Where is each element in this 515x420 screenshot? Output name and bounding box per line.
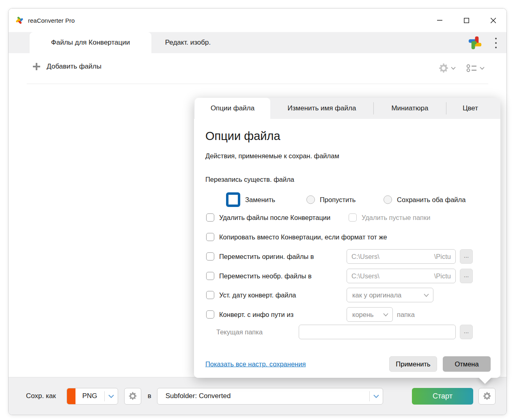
chevron-down-icon (370, 394, 383, 398)
cancel-button[interactable]: Отмена (443, 356, 491, 372)
browse-move-original-button[interactable]: ... (460, 249, 473, 264)
start-button[interactable]: Старт (412, 388, 473, 405)
gear-icon (483, 392, 491, 401)
delete-empty-label: Удалить пустые папки (362, 214, 431, 222)
radio-skip-label: Пропустить (320, 196, 356, 204)
save-as-label: Сохр. как (26, 392, 56, 400)
chevron-down-icon (424, 293, 429, 297)
chevron-down-icon (451, 67, 456, 70)
checkbox-move-unprocessed[interactable] (206, 272, 214, 280)
checkbox-delete-empty-folders[interactable] (349, 213, 357, 222)
show-all-settings-link[interactable]: Показать все настр. сохранения (205, 360, 306, 368)
path-prefix: C:\Users\ (351, 253, 379, 261)
convert-path-label: Конверт. с инфо пути из (219, 311, 293, 319)
tab-edit-images[interactable]: Редакт. изобр. (151, 32, 224, 53)
move-unprocessed-row: Переместить необр. файлы в C:\Users\ \Pi… (194, 269, 500, 283)
set-date-row: Уст. дату конверт. файла как у оригинала (194, 288, 500, 302)
checkbox-delete-after-conversion[interactable] (206, 213, 214, 222)
dialog-tab-color[interactable]: Цвет (446, 98, 494, 119)
dialog-tab-strip: Опции файла Изменить имя файла Миниатюра… (194, 98, 500, 119)
list-view-icon (466, 63, 478, 73)
dialog-subtitle: Действия, применяемые к сохран. файлам (205, 152, 339, 160)
close-button[interactable] (480, 9, 506, 32)
tab-files-for-conversion[interactable]: Файлы для Конвертации (30, 32, 151, 53)
current-folder-input[interactable] (304, 325, 451, 339)
format-color-stripe (67, 388, 75, 405)
radio-replace-label: Заменить (245, 196, 275, 204)
window-title: reaConverter Pro (28, 17, 75, 24)
in-label: в (148, 392, 151, 400)
date-mode-select[interactable]: как у оригинала (347, 288, 433, 302)
output-format-dropdown[interactable]: PNG (67, 388, 118, 405)
delete-row: Удалить файлы после Конвертации Удалить … (194, 210, 500, 225)
minimize-button[interactable] (426, 9, 453, 32)
path-root-value: корень (352, 311, 374, 319)
plus-icon (32, 62, 41, 71)
radio-keep-both[interactable] (384, 196, 392, 204)
checkbox-move-original[interactable] (206, 252, 214, 261)
move-original-label: Переместить оригин. файлы в (219, 253, 314, 261)
destination-value: Subfolder: Converted (157, 392, 369, 400)
app-window: reaConverter Pro Файлы для Конвертации Р… (8, 8, 507, 415)
dialog-tab-file-options[interactable]: Опции файла (195, 98, 270, 119)
copy-instead-row: Копировать вместо Конвертации, если форм… (194, 230, 500, 244)
format-settings-button[interactable] (124, 388, 141, 405)
dialog-tab-thumbnail[interactable]: Миниатюра (374, 98, 446, 119)
destination-dropdown[interactable]: Subfolder: Converted (157, 388, 383, 405)
file-options-dialog: Опции файла Изменить имя файла Миниатюра… (194, 98, 500, 378)
conversion-settings-dropdown[interactable] (438, 63, 456, 73)
chevron-down-icon (480, 67, 485, 70)
checkbox-convert-with-path[interactable] (206, 310, 214, 319)
current-folder-label: Текущая папка (216, 328, 263, 336)
delete-after-label: Удалить файлы после Конвертации (219, 214, 330, 222)
browse-current-folder-button[interactable]: ... (460, 325, 473, 339)
radio-skip[interactable] (306, 196, 315, 204)
bottom-bar: Сохр. как PNG в Subfolder: Converted (9, 377, 506, 415)
copy-instead-label: Копировать вместо Конвертации, если форм… (219, 233, 387, 241)
current-folder-input-wrap (299, 325, 456, 339)
path-root-select[interactable]: корень (347, 307, 393, 322)
overwrite-group-label: Перезапись существ. файла (205, 176, 294, 183)
more-options-menu-icon[interactable] (493, 38, 499, 48)
set-date-label: Уст. дату конверт. файла (219, 291, 296, 299)
path-suffix: \Pictu (434, 253, 451, 261)
chevron-down-icon (105, 394, 118, 398)
radio-keep-both-label: Сохранить оба файла (397, 196, 465, 204)
overwrite-radio-row: Заменить Пропустить Сохранить оба файла (194, 192, 500, 207)
maximize-button[interactable] (453, 9, 480, 32)
radio-replace[interactable] (226, 192, 240, 207)
chevron-down-icon (383, 313, 388, 317)
reaconverter-logo-icon (465, 33, 485, 52)
move-unprocessed-path-input[interactable]: C:\Users\ \Pictu (347, 269, 456, 283)
format-value: PNG (75, 392, 104, 400)
move-original-row: Переместить оригин. файлы в C:\Users\ \P… (194, 249, 500, 264)
convert-path-row: Конверт. с инфо пути из корень папка (194, 307, 500, 322)
move-original-path-input[interactable]: C:\Users\ \Pictu (347, 249, 456, 264)
path-suffix: \Pictu (434, 272, 451, 280)
gear-icon (128, 392, 137, 401)
save-settings-button[interactable] (478, 388, 496, 405)
browse-move-unprocessed-button[interactable]: ... (460, 269, 473, 283)
checkbox-set-date[interactable] (206, 291, 214, 299)
folder-word-label: папка (397, 311, 415, 319)
main-tab-strip: Файлы для Конвертации Редакт. изобр. (9, 32, 506, 53)
current-folder-row: Текущая папка ... (194, 325, 500, 339)
add-files-button[interactable]: Добавить файлы (32, 62, 101, 71)
move-unprocessed-label: Переместить необр. файлы в (219, 272, 312, 280)
checkbox-copy-instead[interactable] (206, 233, 214, 241)
gear-icon (438, 63, 449, 73)
add-files-label: Добавить файлы (47, 62, 101, 71)
date-mode-value: как у оригинала (352, 291, 401, 299)
files-toolbar: Добавить файлы (9, 53, 506, 84)
path-prefix: C:\Users\ (351, 272, 379, 280)
apply-button[interactable]: Применить (389, 356, 437, 372)
dialog-footer: Показать все настр. сохранения Применить… (194, 356, 500, 372)
title-bar: reaConverter Pro (9, 9, 506, 32)
app-logo-icon (14, 15, 25, 26)
dialog-title: Опции файла (205, 129, 280, 143)
view-mode-dropdown[interactable] (466, 63, 485, 73)
dialog-tab-rename[interactable]: Изменить имя файла (270, 98, 373, 119)
